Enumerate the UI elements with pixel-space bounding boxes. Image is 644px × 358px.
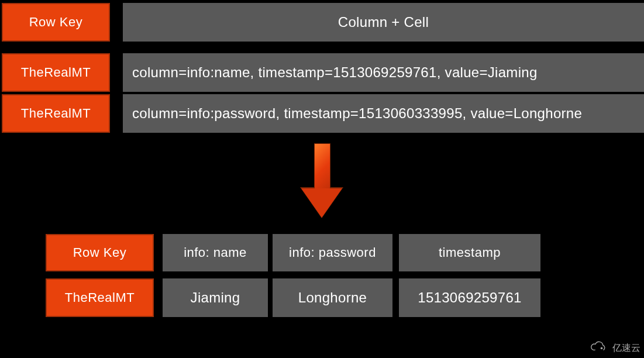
watermark: 亿速云	[589, 340, 640, 356]
label: Jiaming	[191, 290, 240, 306]
bottom-row-infopassword: Longhorne	[273, 278, 392, 317]
label: info: password	[289, 245, 376, 260]
label: info: name	[184, 245, 247, 260]
bottom-header-rowkey: Row Key	[46, 234, 154, 271]
top-row1-cell: column=info:name, timestamp=151306925976…	[123, 53, 644, 92]
label: Longhorne	[298, 290, 367, 306]
bottom-row-key: TheRealMT	[46, 278, 154, 317]
top-header-rowkey: Row Key	[2, 3, 110, 42]
label: 1513069259761	[418, 290, 521, 306]
label: Column + Cell	[338, 14, 429, 30]
top-header-colcell: Column + Cell	[123, 3, 644, 42]
bottom-header-timestamp: timestamp	[399, 234, 540, 271]
bottom-header-infoname: info: name	[163, 234, 268, 271]
top-row2-key: TheRealMT	[2, 94, 110, 133]
label: column=info:password, timestamp=15130603…	[132, 105, 582, 122]
top-row2-cell: column=info:password, timestamp=15130603…	[123, 94, 644, 133]
label: TheRealMT	[65, 290, 135, 305]
label: Row Key	[73, 245, 127, 260]
bottom-row-infoname: Jiaming	[163, 278, 268, 317]
cloud-logo-icon	[589, 340, 609, 356]
bottom-row-timestamp: 1513069259761	[399, 278, 540, 317]
svg-point-0	[601, 347, 603, 349]
top-row1-key: TheRealMT	[2, 53, 110, 92]
down-arrow-icon	[301, 143, 342, 219]
diagram-stage: Row Key Column + Cell TheRealMT column=i…	[0, 0, 644, 358]
watermark-text: 亿速云	[612, 342, 640, 354]
label: column=info:name, timestamp=151306925976…	[132, 64, 538, 81]
bottom-header-infopassword: info: password	[273, 234, 392, 271]
label: TheRealMT	[21, 65, 91, 80]
label: timestamp	[439, 245, 501, 260]
label: Row Key	[29, 15, 83, 30]
label: TheRealMT	[21, 106, 91, 121]
